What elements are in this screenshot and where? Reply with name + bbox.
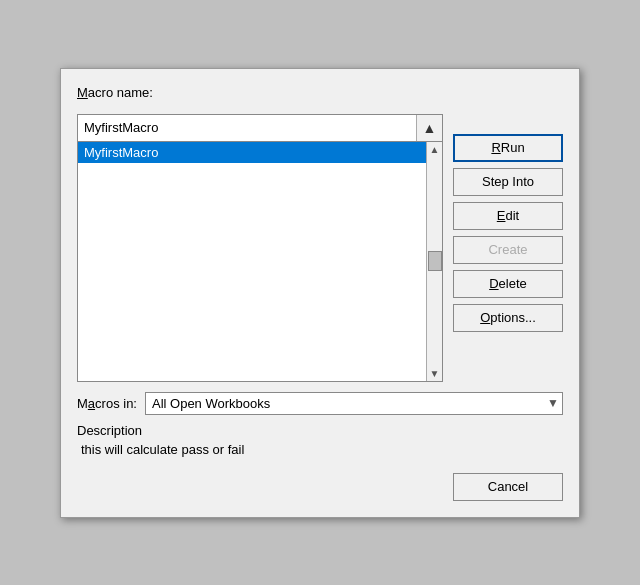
macro-list-content: MyfirstMacro [78, 142, 426, 381]
scroll-up-arrow[interactable]: ▲ [428, 142, 442, 157]
description-text: this will calculate pass or fail [77, 442, 563, 457]
delete-button[interactable]: Delete [453, 270, 563, 298]
macros-in-select-wrapper: All Open Workbooks This Workbook ▼ [145, 392, 563, 415]
description-label: Description [77, 423, 563, 438]
step-into-button[interactable]: Step Into [453, 168, 563, 196]
macros-in-label: Macros in: [77, 396, 137, 411]
create-button[interactable]: Create [453, 236, 563, 264]
macro-dialog: Macro name: MyfirstMacro ▲ MyfirstMacro … [60, 68, 580, 518]
bottom-buttons-row: Cancel [77, 473, 563, 501]
run-button[interactable]: RRun [453, 134, 563, 162]
macro-list-section: MyfirstMacro ▲ MyfirstMacro ▲ ▼ [77, 114, 443, 382]
cancel-button[interactable]: Cancel [453, 473, 563, 501]
macros-in-row: Macros in: All Open Workbooks This Workb… [77, 392, 563, 415]
bottom-section: Macros in: All Open Workbooks This Workb… [77, 392, 563, 501]
description-section: Description this will calculate pass or … [77, 423, 563, 457]
macro-name-label: Macro name: [77, 85, 563, 100]
macro-list-item[interactable]: MyfirstMacro [78, 142, 426, 163]
list-scrollbar: ▲ ▼ [426, 142, 442, 381]
edit-button[interactable]: Edit [453, 202, 563, 230]
upload-button[interactable]: ▲ [416, 115, 442, 141]
macro-list-container: MyfirstMacro ▲ ▼ [77, 142, 443, 382]
macro-name-input[interactable]: MyfirstMacro [78, 116, 416, 139]
main-content-area: MyfirstMacro ▲ MyfirstMacro ▲ ▼ RRun [77, 114, 563, 382]
scroll-thumb[interactable] [428, 251, 442, 271]
button-panel: RRun Step Into Edit Create Delete Option… [453, 114, 563, 382]
macros-in-select[interactable]: All Open Workbooks This Workbook [145, 392, 563, 415]
macro-name-input-wrapper: MyfirstMacro ▲ [77, 114, 443, 142]
options-button[interactable]: Options... [453, 304, 563, 332]
scroll-down-arrow[interactable]: ▼ [428, 366, 442, 381]
